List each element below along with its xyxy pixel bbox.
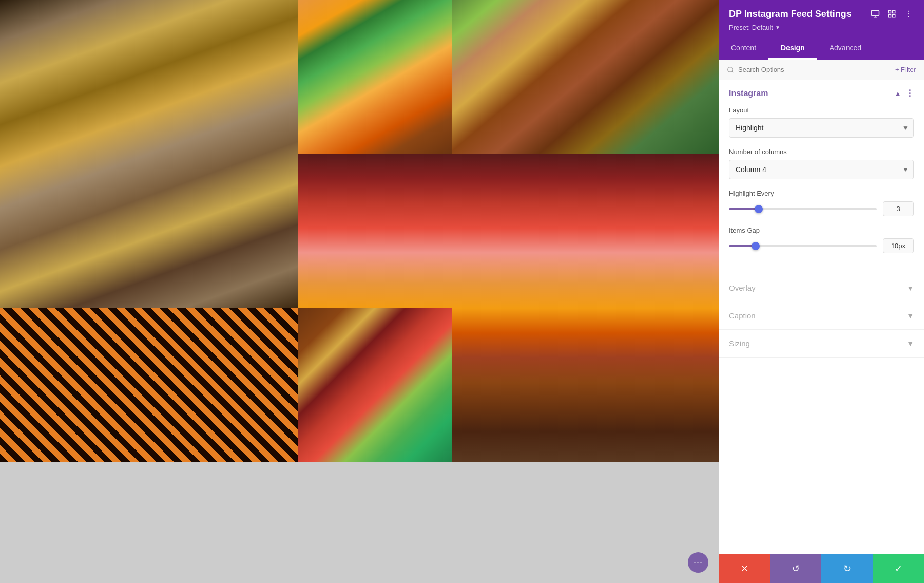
tab-content[interactable]: Content [719,37,768,60]
undo-icon: ↺ [792,563,800,574]
responsive-icon[interactable] [870,8,881,20]
search-icon [727,66,734,73]
items-gap-slider-row: 10px [729,238,914,253]
photo-3 [452,0,719,154]
svg-rect-4 [893,10,895,13]
menu-dots-icon: ··· [694,557,703,568]
layout-select-wrapper: Grid Highlight Masonry Slider ▼ [729,118,914,138]
redo-button[interactable]: ↻ [821,554,873,583]
settings-panel: DP Instagram Feed Settings [719,0,924,583]
items-gap-thumb[interactable] [752,242,760,250]
confirm-icon: ✓ [895,563,902,574]
items-gap-value[interactable]: 10px [883,238,914,253]
columns-select[interactable]: Column 1 Column 2 Column 3 Column 4 Colu… [729,160,914,179]
svg-point-7 [908,11,909,12]
columns-field-group: Number of columns Column 1 Column 2 Colu… [729,148,914,179]
photo-1 [0,0,298,308]
tab-advanced[interactable]: Advanced [817,37,874,60]
items-gap-label: Items Gap [729,227,914,234]
highlight-every-value[interactable]: 3 [883,201,914,216]
svg-rect-6 [893,15,895,17]
search-input[interactable] [738,66,891,73]
sizing-title: Sizing [729,339,750,348]
preset-dropdown-arrow[interactable]: ▼ [775,25,780,30]
confirm-button[interactable]: ✓ [873,554,924,583]
caption-section-header[interactable]: Caption ▼ [719,302,924,329]
layout-label: Layout [729,106,914,114]
photo-6 [298,308,452,462]
columns-select-wrapper: Column 1 Column 2 Column 3 Column 4 Colu… [729,160,914,179]
preset-label[interactable]: Preset: Default [729,24,773,31]
layout-field-group: Layout Grid Highlight Masonry Slider ▼ [729,106,914,138]
more-options-icon[interactable] [902,8,914,20]
photo-2 [298,0,452,154]
layout-icon[interactable] [886,8,897,20]
highlight-every-track[interactable] [729,208,877,210]
preset-row: Preset: Default ▼ [729,24,914,31]
overlay-section-header[interactable]: Overlay ▼ [719,274,924,302]
highlight-every-thumb[interactable] [755,205,763,213]
svg-rect-3 [888,10,891,13]
highlight-every-group: Highlight Every 3 [729,190,914,216]
filter-label: + Filter [895,66,916,73]
instagram-photo-grid [0,0,719,583]
items-gap-group: Items Gap 10px [729,227,914,253]
highlight-every-label: Highlight Every [729,190,914,197]
overlay-chevron: ▼ [907,284,914,292]
sizing-chevron: ▼ [907,340,914,348]
caption-chevron: ▼ [907,312,914,320]
sizing-section: Sizing ▼ [719,330,924,358]
panel-header: DP Instagram Feed Settings [719,0,924,37]
filter-button[interactable]: + Filter [895,66,916,73]
header-icons [870,8,914,20]
cancel-icon: ✕ [741,563,748,574]
instagram-section: Instagram ▲ ⋮ Layout Grid Highlight Maso… [719,80,924,274]
cancel-button[interactable]: ✕ [719,554,770,583]
caption-title: Caption [729,311,756,320]
svg-line-11 [732,71,734,72]
instagram-section-title: Instagram [729,89,768,98]
svg-point-8 [908,13,909,14]
panel-title: DP Instagram Feed Settings [729,9,852,20]
instagram-collapse-chevron[interactable]: ▲ [894,89,901,98]
photo-grid-area: ··· [0,0,719,583]
instagram-more-icon[interactable]: ⋮ [906,88,914,98]
undo-button[interactable]: ↺ [770,554,821,583]
search-bar: + Filter [719,60,924,80]
redo-icon: ↻ [843,563,851,574]
panel-body: + Filter Instagram ▲ ⋮ Layout Grid [719,60,924,554]
svg-rect-0 [872,10,879,16]
instagram-section-content: Layout Grid Highlight Masonry Slider ▼ N… [719,106,924,274]
photo-5 [0,308,298,462]
items-gap-track[interactable] [729,245,877,247]
svg-point-9 [908,16,909,17]
caption-section: Caption ▼ [719,302,924,330]
panel-title-row: DP Instagram Feed Settings [729,8,914,20]
section-header-right: ▲ ⋮ [894,88,914,98]
photo-menu-button[interactable]: ··· [688,552,708,573]
overlay-title: Overlay [729,284,756,292]
sizing-section-header[interactable]: Sizing ▼ [719,330,924,357]
layout-select[interactable]: Grid Highlight Masonry Slider [729,118,914,138]
overlay-section: Overlay ▼ [719,274,924,302]
action-bar: ✕ ↺ ↻ ✓ [719,554,924,583]
instagram-section-header[interactable]: Instagram ▲ ⋮ [719,80,924,106]
svg-point-10 [728,67,733,71]
panel-tabs: Content Design Advanced [719,37,924,60]
highlight-every-slider-row: 3 [729,201,914,216]
tab-design[interactable]: Design [768,37,817,60]
svg-rect-5 [888,15,891,17]
columns-label: Number of columns [729,148,914,156]
